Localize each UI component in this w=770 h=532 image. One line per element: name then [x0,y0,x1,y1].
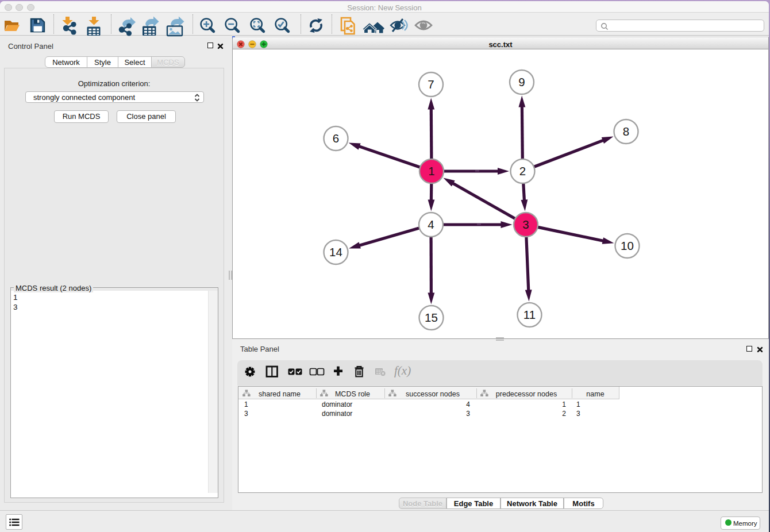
svg-text:1: 1 [428,164,434,178]
svg-text:7: 7 [428,78,434,91]
svg-text:11: 11 [523,308,536,321]
svg-text:3: 3 [522,218,529,231]
svg-text:10: 10 [621,239,634,252]
svg-text:9: 9 [518,75,525,88]
svg-text:8: 8 [623,125,629,138]
svg-text:2: 2 [519,164,526,178]
svg-text:14: 14 [329,245,342,259]
svg-text:4: 4 [428,218,434,231]
svg-text:15: 15 [425,311,438,324]
svg-text:6: 6 [333,132,339,145]
